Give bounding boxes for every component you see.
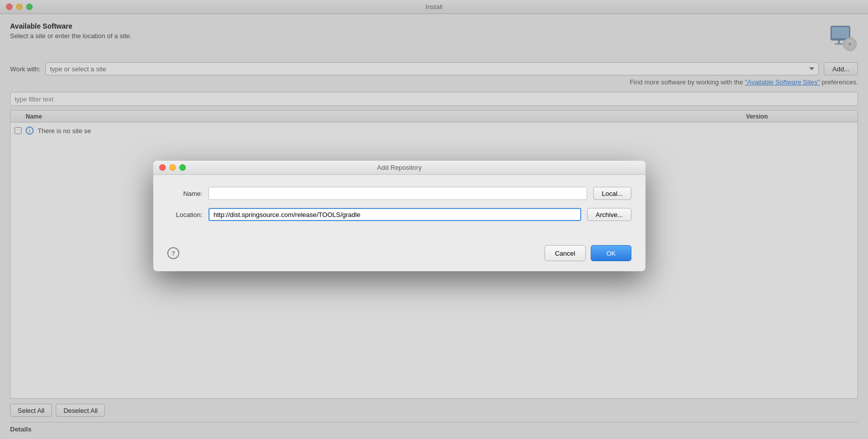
local-button[interactable]: Local... [593, 187, 631, 200]
modal-name-label: Name: [167, 190, 202, 197]
modal-maximize-button[interactable] [179, 164, 186, 171]
modal-body: Name: Local... Location: Archive... [153, 175, 645, 239]
add-repository-dialog: Add Repository Name: Local... Location: … [153, 161, 645, 271]
modal-footer-buttons: Cancel OK [545, 245, 631, 261]
modal-title: Add Repository [377, 164, 422, 171]
modal-location-input[interactable] [208, 208, 581, 221]
modal-title-bar: Add Repository [153, 161, 645, 175]
modal-location-label: Location: [167, 211, 202, 218]
help-icon[interactable]: ? [167, 247, 179, 259]
modal-controls [159, 164, 186, 171]
archive-button[interactable]: Archive... [587, 208, 631, 221]
modal-minimize-button[interactable] [169, 164, 176, 171]
modal-close-button[interactable] [159, 164, 166, 171]
modal-location-row: Location: Archive... [167, 208, 631, 221]
cancel-button[interactable]: Cancel [545, 245, 586, 261]
ok-button[interactable]: OK [591, 245, 631, 261]
modal-footer: ? Cancel OK [153, 239, 645, 271]
modal-name-input[interactable] [208, 187, 587, 200]
modal-name-row: Name: Local... [167, 187, 631, 200]
main-window: Install Available Software Select a site… [0, 0, 868, 439]
